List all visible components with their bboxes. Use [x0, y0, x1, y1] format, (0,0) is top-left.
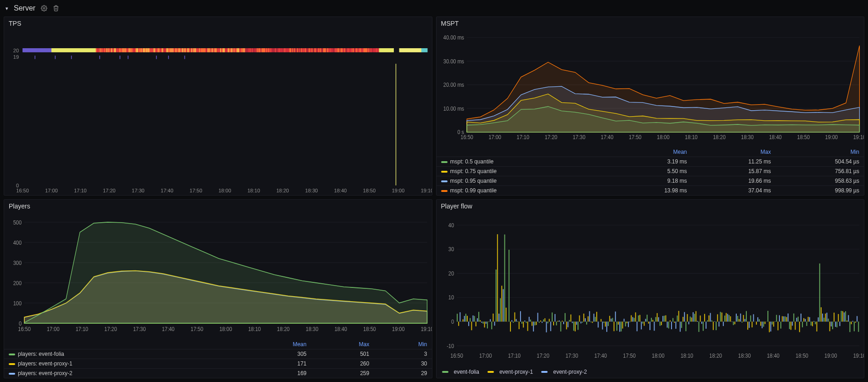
svg-text:16:50: 16:50 — [450, 353, 463, 359]
legend-row[interactable]: mspt: 0.95 quantile9.18 ms19.66 ms958.63… — [437, 176, 864, 186]
svg-text:200: 200 — [13, 280, 22, 286]
legend-item[interactable]: event-folia — [442, 369, 479, 375]
svg-text:19:00: 19:00 — [824, 353, 837, 359]
svg-rect-672 — [694, 314, 695, 321]
svg-rect-766 — [829, 322, 830, 331]
svg-rect-528 — [487, 322, 487, 329]
row-header[interactable]: ▾ Server — [0, 0, 868, 17]
legend-row[interactable]: mspt: 0.99 quantile13.98 ms37.04 ms998.9… — [437, 186, 864, 196]
svg-rect-586 — [570, 315, 571, 322]
svg-rect-670 — [691, 318, 692, 322]
svg-text:17:50: 17:50 — [190, 326, 203, 332]
svg-rect-515 — [468, 322, 469, 326]
svg-rect-736 — [786, 317, 787, 321]
svg-text:400: 400 — [13, 239, 22, 246]
svg-text:17:50: 17:50 — [623, 353, 636, 359]
svg-rect-703 — [739, 319, 739, 322]
svg-rect-566 — [541, 322, 542, 323]
svg-text:17:10: 17:10 — [516, 134, 529, 140]
svg-rect-640 — [648, 322, 649, 324]
svg-rect-615 — [612, 318, 613, 321]
svg-rect-641 — [649, 322, 650, 330]
legend-item[interactable]: event-proxy-2 — [541, 369, 587, 375]
svg-text:18:00: 18:00 — [219, 326, 232, 332]
svg-rect-701 — [735, 314, 736, 321]
svg-rect-732 — [780, 322, 781, 329]
svg-rect-523 — [480, 320, 481, 321]
legend-row[interactable]: mspt: 0.5 quantile3.19 ms11.25 ms504.54 … — [437, 157, 864, 167]
svg-rect-549 — [517, 321, 518, 321]
svg-rect-550 — [518, 322, 519, 329]
svg-text:18:10: 18:10 — [248, 326, 261, 332]
svg-rect-704 — [740, 314, 741, 322]
svg-rect-532 — [493, 314, 493, 322]
svg-rect-516 — [470, 318, 470, 322]
legend-row[interactable]: players: event-proxy-216925929 — [4, 369, 432, 378]
svg-rect-512 — [464, 316, 465, 321]
svg-text:18:40: 18:40 — [335, 326, 347, 332]
panel-players[interactable]: Players 010020030040050016:5017:0017:101… — [4, 199, 432, 378]
svg-text:17:40: 17:40 — [600, 134, 613, 140]
svg-text:18:10: 18:10 — [685, 134, 698, 140]
svg-text:16:50: 16:50 — [460, 134, 473, 140]
svg-rect-756 — [815, 322, 816, 325]
svg-rect-579 — [560, 322, 561, 331]
svg-rect-636 — [642, 322, 643, 324]
svg-rect-558 — [530, 320, 531, 322]
legend-row[interactable]: mspt: 0.75 quantile5.50 ms15.87 ms756.81… — [437, 167, 864, 176]
panel-mspt[interactable]: MSPT 0 s10.00 ms20.00 ms30.00 ms40.00 ms… — [436, 17, 865, 196]
svg-text:19:10: 19:10 — [421, 187, 432, 193]
svg-rect-730 — [777, 322, 778, 331]
svg-rect-596 — [584, 318, 585, 321]
svg-text:20: 20 — [13, 47, 19, 53]
gear-icon[interactable] — [41, 5, 47, 11]
svg-rect-754 — [812, 322, 813, 326]
trash-icon[interactable] — [53, 5, 59, 11]
svg-text:18:30: 18:30 — [306, 326, 319, 332]
panel-playerflow[interactable]: Player flow -1001020304016:5017:0017:101… — [436, 199, 865, 378]
svg-rect-612 — [608, 322, 609, 326]
legend-row[interactable]: players: event-folia3055013 — [4, 349, 432, 359]
svg-rect-708 — [745, 311, 746, 321]
svg-rect-602 — [593, 314, 594, 321]
svg-rect-664 — [683, 317, 683, 321]
svg-text:18:00: 18:00 — [657, 134, 670, 140]
svg-rect-770 — [835, 322, 836, 327]
svg-rect-603 — [594, 317, 595, 321]
legend-item[interactable]: event-proxy-1 — [487, 369, 533, 375]
svg-rect-683 — [710, 313, 711, 322]
svg-rect-548 — [515, 319, 516, 322]
panel-tps[interactable]: TPS 0192016:5017:0017:1017:2017:3017:401… — [4, 17, 432, 196]
svg-rect-717 — [759, 319, 760, 321]
svg-rect-622 — [622, 322, 623, 329]
svg-text:17:10: 17:10 — [508, 353, 521, 359]
svg-rect-420 — [71, 56, 72, 59]
svg-rect-760 — [820, 307, 821, 321]
svg-rect-533 — [494, 322, 495, 326]
svg-rect-540 — [504, 235, 505, 322]
svg-rect-576 — [556, 322, 557, 326]
svg-rect-517 — [471, 322, 472, 331]
svg-rect-761 — [822, 314, 823, 322]
legend-row[interactable]: players: event-proxy-117126030 — [4, 359, 432, 369]
svg-rect-553 — [523, 322, 524, 328]
svg-rect-642 — [651, 318, 652, 321]
svg-rect-741 — [793, 314, 794, 322]
svg-rect-609 — [603, 322, 604, 323]
svg-rect-511 — [462, 320, 463, 322]
svg-text:17:00: 17:00 — [488, 134, 501, 140]
svg-rect-658 — [674, 322, 675, 323]
svg-text:500: 500 — [13, 219, 22, 226]
svg-rect-629 — [632, 317, 633, 322]
svg-rect-765 — [828, 319, 829, 322]
svg-rect-567 — [543, 320, 544, 322]
svg-rect-591 — [577, 322, 578, 330]
svg-rect-779 — [848, 315, 849, 321]
svg-rect-537 — [500, 298, 501, 322]
svg-rect-583 — [566, 322, 567, 330]
svg-text:19:00: 19:00 — [392, 326, 405, 332]
svg-text:17:20: 17:20 — [104, 326, 117, 332]
svg-rect-509 — [459, 312, 460, 321]
svg-rect-724 — [769, 322, 770, 332]
svg-rect-569 — [546, 322, 547, 332]
